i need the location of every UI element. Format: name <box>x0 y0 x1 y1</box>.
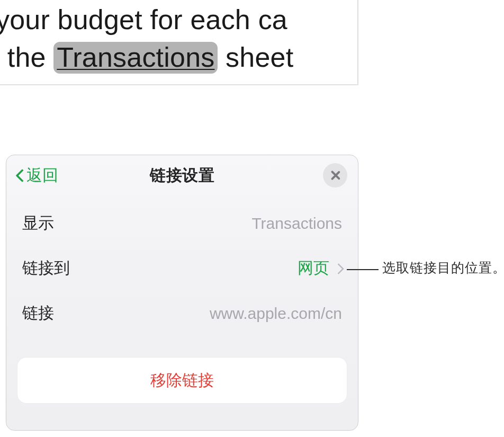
document-separator <box>0 84 358 85</box>
row-link-to-value-wrap: 网页 <box>298 257 342 279</box>
row-display-value: Transactions <box>251 215 342 233</box>
document-line-1: your budget for each ca <box>0 1 357 39</box>
chevron-left-icon <box>16 167 25 183</box>
close-icon <box>330 170 340 181</box>
row-link-to-value: 网页 <box>298 257 329 279</box>
remove-link-label: 移除链接 <box>150 370 214 391</box>
back-button-label: 返回 <box>26 165 58 186</box>
document-line-2: 1 the Transactions sheet <box>0 39 357 76</box>
back-button[interactable]: 返回 <box>16 165 58 186</box>
right-margin-blank <box>358 0 504 437</box>
document-line-2-suffix: sheet <box>218 42 293 73</box>
hyperlink-text[interactable]: Transactions <box>57 42 214 73</box>
callout-leader-line <box>347 269 379 270</box>
remove-link-wrap: 移除链接 <box>6 336 358 404</box>
popover-header: 返回 链接设置 <box>6 155 358 195</box>
settings-rows: 显示 Transactions 链接到 网页 链接 www.apple.com/… <box>6 195 358 336</box>
close-button[interactable] <box>323 163 347 188</box>
row-display[interactable]: 显示 Transactions <box>6 201 358 246</box>
row-link-url[interactable]: 链接 www.apple.com/cn <box>6 291 358 336</box>
document-line-2-prefix: 1 the <box>0 42 53 73</box>
row-link-url-label: 链接 <box>22 302 54 324</box>
popover-title: 链接设置 <box>150 165 214 186</box>
callout-text: 选取链接目的位置。 <box>382 259 504 277</box>
row-link-url-value: www.apple.com/cn <box>210 305 342 323</box>
chevron-right-icon <box>335 262 342 275</box>
row-link-to[interactable]: 链接到 网页 <box>6 246 358 291</box>
document-text-area[interactable]: your budget for each ca 1 the Transactio… <box>0 0 358 84</box>
row-link-to-label: 链接到 <box>22 257 70 279</box>
remove-link-button[interactable]: 移除链接 <box>17 357 347 404</box>
selected-link-text[interactable]: Transactions <box>53 42 218 74</box>
row-display-label: 显示 <box>22 212 54 234</box>
link-settings-popover: 返回 链接设置 显示 Transactions 链接到 网页 链接 www.a <box>6 155 358 431</box>
